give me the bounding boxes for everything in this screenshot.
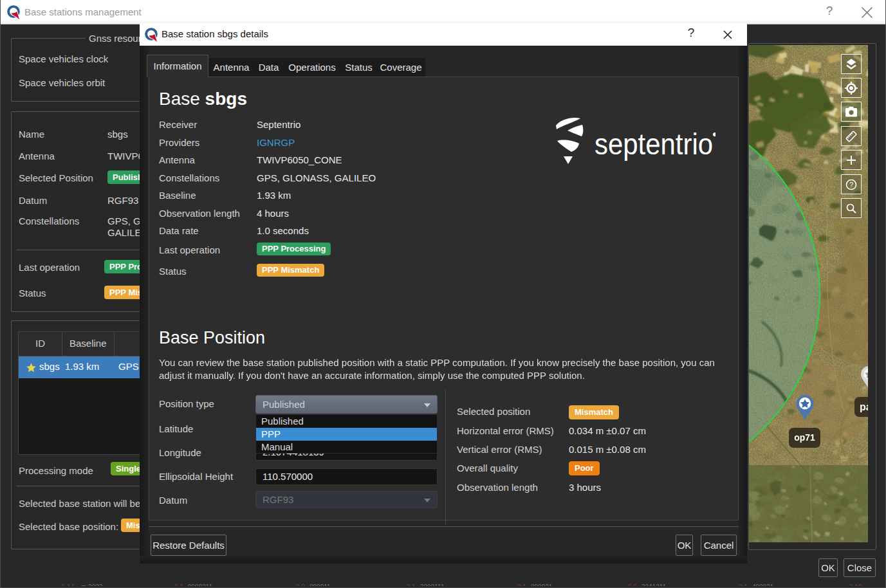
svg-text:?: ? (849, 181, 853, 188)
svg-text:septentrio: septentrio (595, 127, 713, 161)
